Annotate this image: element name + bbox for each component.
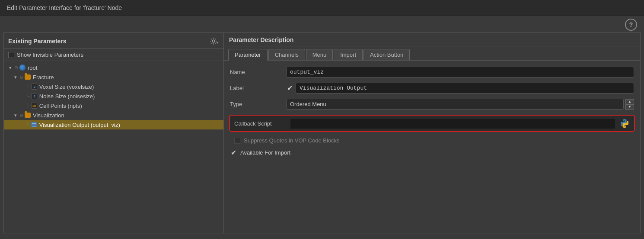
title-text: Edit Parameter Interface for 'fracture' … — [7, 4, 122, 11]
globe-icon — [19, 64, 26, 71]
type-select-wrap: Ordered Menu Menu Toggle Integer Float S… — [286, 99, 634, 110]
left-panel: Existing Parameters Show Invisible Param… — [3, 32, 224, 233]
tree-label-voxelsize: Voxel Size (voxelsize) — [39, 84, 94, 90]
name-label: Name — [230, 69, 282, 75]
tree-item-root[interactable]: ▾ ⊖ root — [4, 63, 223, 72]
tree-label-output-viz: Visualization Output (output_viz) — [39, 122, 120, 128]
int-icon-npts: 10 — [31, 102, 38, 109]
tree-label-fracture: Fracture — [33, 74, 54, 81]
right-panel: Parameter Description Parameter Channels… — [224, 32, 641, 233]
tab-parameter[interactable]: Parameter — [228, 49, 268, 61]
folder-icon-fracture — [24, 74, 31, 81]
gear-icon[interactable] — [210, 36, 219, 46]
tab-import[interactable]: Import — [334, 49, 363, 60]
tree-item-noisesize[interactable]: └ .2 Noise Size (noisesize) — [4, 91, 223, 101]
type-select[interactable]: Ordered Menu Menu Toggle Integer Float S… — [286, 99, 624, 110]
tree-item-voxelsize[interactable]: └ .2 Voxel Size (voxelsize) — [4, 82, 223, 91]
tree-label-npts: Cell Points (npts) — [39, 103, 82, 109]
spinner-up[interactable]: ▲ — [625, 99, 634, 104]
tab-channels[interactable]: Channels — [268, 49, 305, 60]
callback-input[interactable] — [290, 119, 615, 129]
float-icon-voxelsize: .2 — [31, 83, 38, 90]
tree-item-npts[interactable]: └ 10 Cell Points (npts) — [4, 101, 223, 110]
title-bar: Edit Parameter Interface for 'fracture' … — [0, 0, 644, 16]
spinner-down[interactable]: ▼ — [625, 104, 634, 110]
left-panel-header: Existing Parameters — [4, 33, 223, 49]
tree-item-output-viz[interactable]: └ Visualization Output (output_viz) — [4, 120, 223, 129]
help-button-area: ? — [0, 16, 644, 32]
tree-container: ▾ ⊖ root ▾ ⊖ Fracture └ — [4, 61, 223, 233]
label-input[interactable] — [296, 83, 634, 94]
svg-point-0 — [212, 40, 215, 42]
type-label: Type — [230, 101, 282, 107]
tree-item-fracture[interactable]: ▾ ⊖ Fracture — [4, 72, 223, 82]
tree-item-visualization[interactable]: ▾ ⊖ Visualization — [4, 110, 223, 120]
available-row: ✔ Available For Import — [230, 149, 634, 156]
tab-action-button[interactable]: Action Button — [363, 49, 410, 60]
callback-label: Callback Script — [234, 120, 286, 127]
show-invisible-checkbox[interactable] — [8, 52, 14, 58]
tree-label-noisesize: Noise Size (noisesize) — [39, 93, 95, 100]
tree-label-root: root — [28, 65, 37, 71]
show-invisible-row: Show Invisible Parameters — [4, 49, 223, 61]
tree-toggle-root: ▾ — [7, 65, 13, 71]
parameter-description-title: Parameter Description — [224, 33, 640, 46]
float-icon-noisesize: .2 — [31, 93, 38, 100]
menu-icon-output-viz — [31, 121, 38, 128]
show-invisible-label: Show Invisible Parameters — [17, 52, 83, 58]
main-content: Existing Parameters Show Invisible Param… — [0, 32, 644, 237]
form-area: Name Label ✔ Type Ordered Menu Menu To — [224, 61, 640, 159]
callback-row: Callback Script — [229, 115, 635, 132]
suppress-row: Suppress Quotes in VOP Code Blocks — [230, 137, 634, 144]
label-input-row: ✔ — [286, 83, 634, 94]
tabs-bar: Parameter Channels Menu Import Action Bu… — [224, 46, 640, 61]
folder-icon-visualization — [24, 112, 31, 119]
suppress-checkbox[interactable] — [234, 138, 240, 144]
name-input[interactable] — [286, 67, 634, 78]
label-checkmark-icon[interactable]: ✔ — [286, 85, 293, 92]
type-row: Type Ordered Menu Menu Toggle Integer Fl… — [230, 99, 634, 110]
tab-menu[interactable]: Menu — [306, 49, 333, 60]
tree-label-visualization: Visualization — [33, 112, 64, 119]
label-label: Label — [230, 85, 282, 91]
available-checkmark-icon[interactable]: ✔ — [230, 149, 237, 156]
tree-toggle-fracture: ▾ — [13, 74, 19, 80]
existing-parameters-title: Existing Parameters — [8, 38, 67, 45]
suppress-label: Suppress Quotes in VOP Code Blocks — [244, 137, 340, 144]
type-spinner[interactable]: ▲ ▼ — [625, 99, 634, 110]
tree-toggle-visualization: ▾ — [13, 112, 19, 118]
available-label: Available For Import — [240, 149, 290, 156]
python-icon[interactable] — [619, 118, 630, 129]
help-button[interactable]: ? — [625, 19, 637, 31]
name-row: Name — [230, 67, 634, 78]
label-row: Label ✔ — [230, 83, 634, 94]
